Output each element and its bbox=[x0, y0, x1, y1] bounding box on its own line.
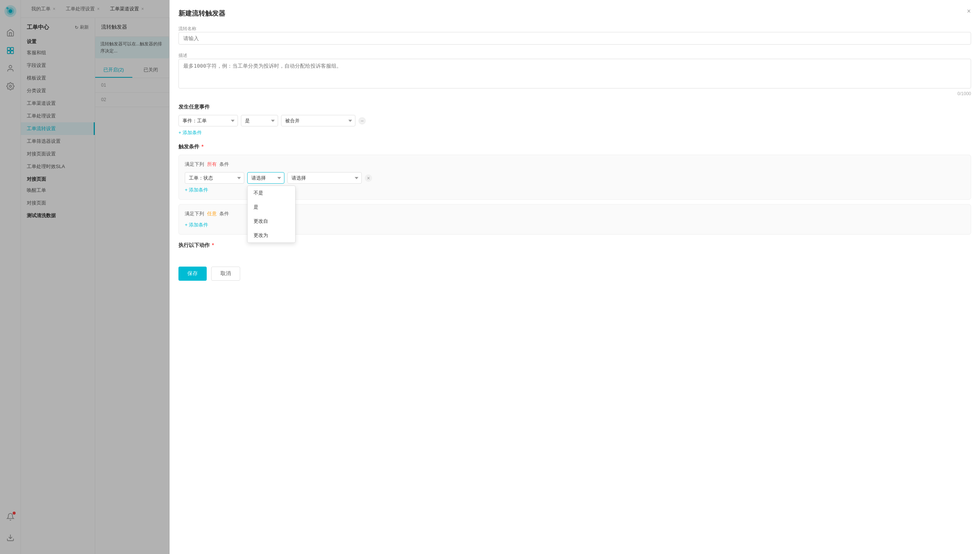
name-section: 流转名称 bbox=[178, 25, 971, 45]
event-row: 事件：工单 是 被合并 − bbox=[178, 115, 971, 126]
event-select-2[interactable]: 是 bbox=[241, 115, 278, 126]
trigger-section: 触发条件 * 满足下列 所有 条件 bbox=[178, 143, 971, 235]
modal-panel: × 新建流转触发器 流转名称 描述 bbox=[170, 18, 980, 554]
cancel-button[interactable]: 取消 bbox=[211, 267, 240, 281]
event-label: 发生任意事件 bbox=[178, 104, 971, 110]
all-conditions-title: 满足下列 所有 条件 bbox=[185, 161, 965, 168]
condition-dropdown-popup: 不是 是 更改自 更改为 bbox=[247, 186, 296, 243]
content-layout: 工单中心 ↻ 刷新 设置 客服和组 字段设置 模板设置 分类设置 工单渠道设置 … bbox=[21, 18, 980, 554]
add-event-condition[interactable]: + 添加条件 bbox=[178, 129, 971, 136]
trigger-label: 触发条件 * bbox=[178, 143, 971, 150]
condition-select-2-wrapper: 请选择 不是 是 更改自 更改为 bbox=[247, 172, 285, 184]
any-conditions-title: 满足下列 任意 条件 bbox=[185, 210, 965, 217]
event-select-3[interactable]: 被合并 bbox=[281, 115, 355, 126]
action-buttons: 保存 取消 bbox=[178, 261, 971, 281]
add-all-condition-label: + 添加条件 bbox=[185, 187, 208, 193]
add-any-condition-label: + 添加条件 bbox=[185, 221, 208, 228]
app-container: 我的工单 × 工单处理设置 × 工单渠道设置 × 客服工作台 ▾ bbox=[0, 0, 980, 554]
any-conditions-box: 满足下列 任意 条件 + 添加条件 bbox=[178, 204, 971, 235]
modal-overlay: × 新建流转触发器 流转名称 描述 bbox=[21, 18, 980, 554]
add-event-condition-label: + 添加条件 bbox=[178, 129, 202, 136]
dropdown-option-change-from[interactable]: 更改自 bbox=[248, 214, 295, 228]
desc-textarea[interactable] bbox=[178, 59, 971, 89]
desc-label: 描述 bbox=[178, 53, 188, 58]
dropdown-option-is[interactable]: 是 bbox=[248, 200, 295, 214]
action-label: 执行以下动作 * bbox=[178, 242, 971, 249]
desc-section: 描述 0/1000 bbox=[178, 52, 971, 96]
name-label: 流转名称 bbox=[178, 26, 196, 31]
any-highlight: 任意 bbox=[207, 211, 217, 217]
condition-select-3[interactable]: 请选择 bbox=[287, 172, 362, 184]
dropdown-option-change-to[interactable]: 更改为 bbox=[248, 228, 295, 242]
action-section: 执行以下动作 * bbox=[178, 242, 971, 253]
char-count: 0/1000 bbox=[178, 91, 971, 96]
all-highlight: 所有 bbox=[207, 161, 217, 167]
event-section: 发生任意事件 事件：工单 是 被合并 − bbox=[178, 104, 971, 136]
all-conditions-row: 工单：状态 请选择 不是 bbox=[185, 172, 965, 184]
event-remove-button[interactable]: − bbox=[358, 117, 366, 124]
save-button[interactable]: 保存 bbox=[178, 267, 207, 281]
dropdown-option-not-is[interactable]: 不是 bbox=[248, 186, 295, 200]
add-any-condition[interactable]: + 添加条件 bbox=[185, 221, 965, 228]
event-select-1[interactable]: 事件：工单 bbox=[178, 115, 238, 126]
name-input[interactable] bbox=[178, 32, 971, 45]
condition-select-1[interactable]: 工单：状态 bbox=[185, 172, 244, 184]
main-area: 我的工单 × 工单处理设置 × 工单渠道设置 × 客服工作台 ▾ bbox=[21, 0, 980, 554]
add-all-condition[interactable]: + 添加条件 bbox=[185, 187, 965, 193]
condition-remove-button[interactable]: × bbox=[365, 174, 372, 182]
all-conditions-box: 满足下列 所有 条件 工单：状态 bbox=[178, 155, 971, 200]
condition-select-2[interactable]: 请选择 bbox=[247, 172, 285, 184]
